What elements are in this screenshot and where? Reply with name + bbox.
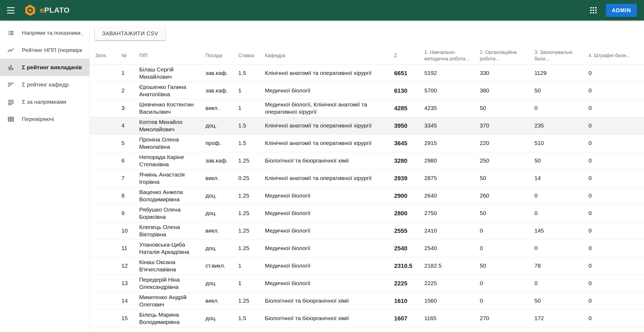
column-header-rate[interactable]: Ставка [235, 50, 261, 61]
table-row[interactable]: 9Рябушко Олена Борисівнадоц.1.25Медичної… [90, 205, 644, 222]
apps-grid-icon[interactable] [589, 6, 598, 15]
table-row[interactable]: 10Клепець Олена Вікторівнавикл.1.25Медич… [90, 222, 644, 240]
table-row[interactable]: 4Коптев Михайло Миколайовичдоц.1.5Клініч… [90, 117, 644, 135]
list-dashes-icon [7, 98, 15, 106]
cell-c3: 14 [531, 175, 585, 182]
sidebar-item-4[interactable]: Σ за напрямками [0, 93, 89, 110]
column-header-position[interactable]: Посада [202, 50, 235, 61]
cell-c1: 3345 [421, 122, 476, 129]
cell-c3: 235 [531, 122, 585, 129]
download-csv-button[interactable]: ЗАВАНТАЖИТИ CSV [95, 27, 166, 40]
column-header-c4[interactable]: 4. Штрафні бали... [585, 50, 640, 61]
cell-num: 6 [118, 157, 136, 164]
cell-rate: 1 [235, 105, 261, 112]
cell-num: 7 [118, 175, 136, 182]
cell-c1: 2915 [421, 140, 476, 147]
sidebar-item-1[interactable]: Рейтинг НПП (перевірка) [0, 42, 89, 59]
table-row[interactable]: 14Микитенко Андрій Олеговичвикл.1.25Біол… [90, 292, 644, 310]
main-content: ЗАВАНТАЖИТИ CSV Затв.№ПІППосадаСтавкаКаф… [90, 20, 644, 332]
cell-c3: 172 [531, 315, 585, 322]
sidebar-item-3[interactable]: Σ рейтинг кафедр [0, 76, 89, 93]
hexagon-logo-icon [24, 4, 37, 17]
cell-num: 15 [118, 315, 136, 322]
cell-name: Коптев Михайло Миколайович [136, 119, 202, 133]
cell-c2: 0 [476, 227, 531, 234]
sidebar-item-label: Σ за напрямками [22, 99, 66, 105]
cell-sum: 2939 [391, 175, 421, 182]
cell-num: 10 [118, 227, 136, 234]
cell-department: Біологічної та біоорганічної хімії [261, 297, 391, 304]
sidebar: Напрями та показники д...Рейтинг НПП (пе… [0, 20, 90, 332]
sidebar-item-2[interactable]: Σ рейтинг викладачів [0, 59, 89, 76]
cell-c1: 2410 [421, 227, 476, 234]
cell-rate: 0.25 [235, 175, 261, 182]
cell-c4: 0 [585, 105, 640, 112]
table-row[interactable]: 12Кінаш Оксана В'ячеславівнаст.викл.1Мед… [90, 257, 644, 275]
cell-department: Медичної біології [261, 210, 391, 217]
cell-num: 14 [118, 297, 136, 304]
cell-name: Ваценко Анжела Володимирівна [136, 189, 202, 203]
table-row[interactable]: 6Непорада Каріне Степанівназав.каф.1.25Б… [90, 152, 644, 170]
cell-c3: 0 [531, 192, 585, 199]
cell-position: проф. [202, 140, 235, 147]
cell-sum: 2540 [391, 245, 421, 252]
table-row[interactable]: 7Ячмінь Анастасія Ігорівнавикл.0.25Кліні… [90, 170, 644, 187]
table-row[interactable]: 11Улановська-Циба Наталія Аркадіївнадоц.… [90, 240, 644, 257]
cell-sum: 4285 [391, 105, 421, 112]
column-header-c3[interactable]: 3. Заохочувальні бали... [531, 47, 585, 64]
table-header: Затв.№ПІППосадаСтавкаКафедраΣ1. Навчальн… [90, 47, 644, 65]
cell-department: Медичної біології [261, 192, 391, 199]
sidebar-item-5[interactable]: Перевіряючі [0, 110, 89, 128]
cell-department: Медичної біології [261, 245, 391, 252]
cell-c3: 50 [531, 297, 585, 304]
cell-sum: 2555 [391, 227, 421, 235]
cell-c4: 0 [585, 70, 640, 77]
sidebar-item-0[interactable]: Напрями та показники д... [0, 24, 89, 42]
cell-c1: 5192 [421, 70, 476, 77]
cell-num: 11 [118, 245, 136, 252]
cell-department: Біологічної та біоорганічної хімії [261, 315, 391, 322]
cell-name: Єрошенко Галина Анатоліївна [136, 84, 202, 98]
cell-position: зав.каф. [202, 70, 235, 77]
column-header-c2[interactable]: 2. Організаційна робота... [476, 47, 531, 64]
table-row[interactable]: 8Ваценко Анжела Володимирівнадоц.1.25Мед… [90, 187, 644, 205]
cell-c4: 0 [585, 140, 640, 147]
column-header-approved[interactable]: Затв. [90, 50, 118, 61]
cell-sum: 1607 [391, 315, 421, 322]
cell-position: доц. [202, 315, 235, 322]
cell-c3: 0 [531, 105, 585, 112]
table-row[interactable]: 16Пирог-Заказніковадоц.1.5Клінічної анат… [90, 327, 644, 332]
column-header-num[interactable]: № [118, 50, 136, 61]
menu-icon[interactable] [7, 5, 18, 16]
admin-button[interactable]: ADMIN [606, 4, 637, 17]
cell-department: Медичної біології [261, 280, 391, 287]
column-header-sum[interactable]: Σ [391, 50, 421, 61]
cell-rate: 1 [235, 280, 261, 287]
cell-name: Шевченко Костянтин Васильович [136, 101, 202, 115]
table-row[interactable]: 5Проніна Олена Миколаївнапроф.1.5Клінічн… [90, 135, 644, 152]
cell-name: Рябушко Олена Борисівна [136, 206, 202, 220]
table-row[interactable]: 3Шевченко Костянтин Васильовичвикл.1Меди… [90, 100, 644, 117]
cell-name: Ячмінь Анастасія Ігорівна [136, 171, 202, 185]
cell-name: Кінаш Оксана В'ячеславівна [136, 259, 202, 273]
cell-c4: 0 [585, 227, 640, 234]
cell-c3: 0 [531, 245, 585, 252]
table-row[interactable]: 2Єрошенко Галина Анатоліївназав.каф.1Мед… [90, 82, 644, 100]
cell-sum: 6651 [391, 70, 421, 77]
table-row[interactable]: 15Білець Марина Володимирівнадоц.1.5Біол… [90, 310, 644, 327]
column-header-name[interactable]: ПІП [136, 50, 202, 61]
sidebar-item-label: Σ рейтинг кафедр [22, 81, 69, 88]
column-header-c1[interactable]: 1. Навчально-методична робота... [421, 47, 476, 64]
cell-department: Медичної біології [261, 227, 391, 234]
cell-num: 5 [118, 140, 136, 147]
table-row[interactable]: 13Передерій Ніна Олександрівнадоц.1Медич… [90, 275, 644, 292]
table-row[interactable]: 1Білаш Сергій Михайловичзав.каф.1.5Кліні… [90, 65, 644, 82]
cell-c2: 50 [476, 262, 531, 269]
cell-name: Микитенко Андрій Олегович [136, 294, 202, 308]
cell-c2: 250 [476, 157, 531, 164]
cell-c4: 0 [585, 262, 640, 269]
cell-c1: 2182.5 [421, 262, 476, 269]
cell-c4: 0 [585, 175, 640, 182]
cell-c4: 0 [585, 192, 640, 199]
column-header-department[interactable]: Кафедра [261, 50, 391, 61]
